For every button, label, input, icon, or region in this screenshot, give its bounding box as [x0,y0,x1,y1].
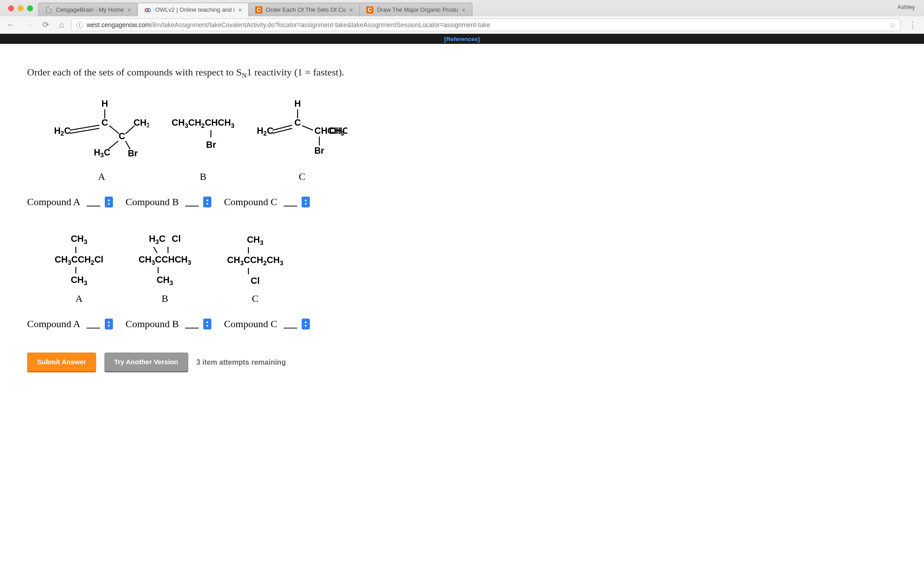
svg-line-6 [109,126,119,134]
tabs-container: CengageBrain - My Home × OWLv2 | Online … [38,0,924,16]
close-icon[interactable]: × [238,6,242,14]
bookmark-star-icon[interactable]: ☆ [889,21,896,29]
structure-1b: CH3CH2CHCH3 Br B [172,99,234,183]
chevron-down-icon: ▼ [107,202,111,206]
structure-2b: H3CCl CH3CCHCH3 CH3 B [135,230,194,305]
close-window-button[interactable] [8,5,14,11]
compound-a-stepper[interactable]: ▲▼ [105,319,113,329]
prompt-text: Order each of the sets of compounds with… [27,66,242,78]
references-link[interactable]: [References] [444,36,480,42]
tab-cengagebrain[interactable]: CengageBrain - My Home × [38,3,138,16]
submit-button[interactable]: Submit Answer [27,352,96,372]
url-domain: west.cengagenow.com [87,21,151,28]
svg-text:H: H [102,99,108,108]
structure-1c: H C H2C CHCH3 CHCH3 Br C [257,98,347,183]
close-icon[interactable]: × [462,6,465,14]
forward-button[interactable]: → [22,19,35,32]
maximize-window-button[interactable] [27,5,33,11]
compound-c-stepper[interactable]: ▲▼ [302,197,310,207]
structure-2c: CH3 CH3CCH2CH3 Cl C [226,230,285,305]
compound-c-label: Compound C [224,318,277,330]
molecule-drawing: H C H2C CHCH3 CHCH3 Br [257,98,347,165]
svg-line-21 [302,126,313,130]
molecule-drawing: H C H2C C CH3 H3C Br [54,98,149,165]
chevron-up-icon: ▲ [205,198,209,202]
molecule-drawing: H3CCl CH3CCHCH3 CH3 [135,230,194,289]
compound-a-slot [87,197,100,207]
browser-chrome: CengageBrain - My Home × OWLv2 | Online … [0,0,924,34]
compound-b-slot [185,197,199,207]
minimize-window-button[interactable] [18,5,23,11]
svg-text:H2C: H2C [257,126,273,137]
svg-text:H: H [294,99,301,108]
references-bar: [References] [0,34,924,44]
tab-title: CengageBrain - My Home [56,6,124,13]
chevron-up-icon: ▲ [304,198,308,202]
menu-button[interactable]: ⋮ [905,20,920,30]
chevron-down-icon: ▼ [107,324,111,328]
compound-a-stepper[interactable]: ▲▼ [105,197,113,207]
svg-text:C: C [294,117,301,127]
compound-c-slot [284,320,297,329]
svg-text:Br: Br [128,148,138,158]
back-button[interactable]: ← [4,19,17,32]
chevron-down-icon: ▼ [304,202,308,206]
window-controls [4,5,38,11]
svg-text:CH3: CH3 [134,117,149,129]
tab-title: Draw The Major Organic Produ [377,6,458,13]
chevron-down-icon: ▼ [205,324,209,328]
chevron-up-icon: ▲ [205,320,209,324]
compound-a-label: Compound A [27,196,80,208]
ranking-row-1: Compound A ▲▼ Compound B ▲▼ Compound C ▲… [27,196,897,208]
compound-b-label: Compound B [126,196,179,208]
chevron-up-icon: ▲ [107,198,111,202]
compound-a-slot [87,320,100,329]
compound-a-label: Compound A [27,318,80,330]
structure-1a: H C H2C C CH3 H3C Br A [54,98,149,183]
attempts-remaining: 3 item attempts remaining [196,358,286,367]
chegg-icon: C [366,6,373,14]
compound-b-stepper[interactable]: ▲▼ [203,319,211,329]
molecule-drawing: CH3 CH3CCH2Cl CH3 [54,230,104,289]
chevron-down-icon: ▼ [205,202,209,206]
structure-label: A [54,171,149,183]
svg-text:C: C [119,131,125,141]
compound-b-slot [185,320,199,329]
url-bar[interactable]: i west.cengagenow.com/ilrn/takeAssignmen… [71,19,901,31]
tab-chegg-order[interactable]: C Order Each Of The Sets Of Co × [248,3,360,16]
close-icon[interactable]: × [350,6,353,14]
owl-icon [144,6,151,14]
question-prompt: Order each of the sets of compounds with… [27,66,897,80]
url-path: /ilrn/takeAssignment/takeCovalentActivit… [151,21,490,28]
svg-text:Br: Br [314,146,324,155]
chevron-up-icon: ▲ [107,320,111,324]
svg-line-28 [154,247,157,253]
close-icon[interactable]: × [127,6,131,14]
molecule-drawing: CH3 CH3CCH2CH3 Cl [226,230,285,289]
tab-owlv2[interactable]: OWLv2 | Online teaching and l × [137,3,248,16]
try-another-button[interactable]: Try Another Version [104,352,188,372]
chevron-down-icon: ▼ [304,324,308,328]
nav-bar: ← → ⟳ ⌂ i west.cengagenow.com/ilrn/takeA… [0,16,924,33]
compound-c-stepper[interactable]: ▲▼ [302,319,310,329]
structure-set-2: CH3 CH3CCH2Cl CH3 A H3CCl CH3CCHCH3 CH3 … [54,230,897,305]
svg-text:H3C: H3C [94,147,111,159]
tab-chegg-draw[interactable]: C Draw The Major Organic Produ × [359,3,472,16]
chegg-icon: C [255,6,262,14]
home-button[interactable]: ⌂ [56,19,67,32]
chevron-up-icon: ▲ [304,320,308,324]
tab-title: Order Each Of The Sets Of Co [266,6,346,13]
compound-b-stepper[interactable]: ▲▼ [203,197,211,207]
tab-bar: CengageBrain - My Home × OWLv2 | Online … [0,0,924,16]
svg-text:C: C [102,117,108,127]
reload-button[interactable]: ⟳ [40,18,52,32]
file-icon [45,6,52,14]
site-info-icon[interactable]: i [76,22,83,28]
user-profile-label[interactable]: Ashley [897,4,915,10]
structure-label: B [135,293,194,305]
structure-2a: CH3 CH3CCH2Cl CH3 A [54,230,104,305]
structure-label: C [257,171,347,183]
button-row: Submit Answer Try Another Version 3 item… [27,352,897,372]
compound-c-slot [284,197,297,207]
molecule-drawing: CH3CH2CHCH3 Br [172,99,234,167]
